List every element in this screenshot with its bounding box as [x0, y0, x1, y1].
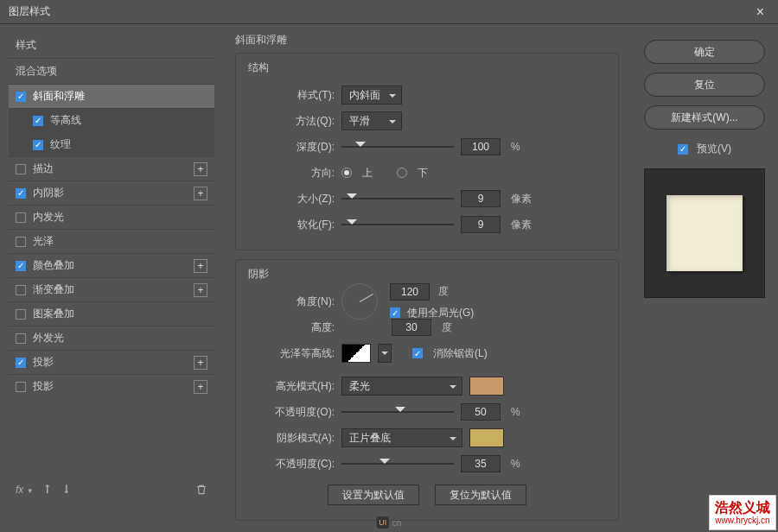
sidebar-item[interactable]: 描边+ [9, 156, 214, 180]
preview-label: 预览(V) [697, 142, 731, 156]
styles-header[interactable]: 样式 [9, 33, 214, 58]
effect-checkbox[interactable] [16, 92, 26, 102]
logo-icon: UI [377, 516, 389, 529]
effect-checkbox[interactable] [16, 358, 26, 368]
effect-label: 投影 [33, 355, 54, 370]
sidebar-item[interactable]: 光泽 [9, 229, 214, 253]
preview-checkbox[interactable] [678, 144, 688, 155]
preview-swatch [666, 195, 743, 271]
highlight-mode-select[interactable]: 柔光 [341, 377, 462, 396]
sidebar-item[interactable]: 内阴影+ [9, 180, 214, 205]
technique-select[interactable]: 平滑 [341, 111, 402, 130]
highlight-opacity-input[interactable] [461, 403, 501, 421]
highlight-color-swatch[interactable] [469, 377, 504, 396]
size-input[interactable] [461, 190, 501, 207]
soften-slider[interactable] [341, 218, 454, 231]
shadow-mode-label: 阴影模式(A): [248, 431, 335, 446]
move-up-icon[interactable]: 🠕 [42, 484, 53, 496]
trash-icon[interactable] [195, 484, 207, 496]
effect-checkbox[interactable] [16, 237, 26, 247]
angle-dial[interactable] [341, 283, 378, 320]
direction-label: 方向: [248, 166, 335, 180]
sidebar-item[interactable]: 斜面和浮雕 [9, 84, 214, 108]
effect-checkbox[interactable] [16, 309, 26, 320]
effect-checkbox[interactable] [33, 140, 43, 150]
depth-input[interactable] [461, 138, 501, 155]
gloss-contour-picker[interactable] [341, 344, 371, 363]
effect-checkbox[interactable] [16, 212, 26, 223]
shadow-opacity-input[interactable] [461, 455, 501, 472]
sidebar-item[interactable]: 渐变叠加+ [9, 277, 214, 301]
effect-label: 斜面和浮雕 [33, 89, 85, 104]
add-effect-icon[interactable]: + [194, 187, 207, 200]
shadow-opacity-slider[interactable] [341, 457, 454, 471]
effect-label: 纹理 [50, 137, 71, 152]
technique-label: 方法(Q): [248, 114, 335, 129]
angle-label: 角度(N): [248, 294, 335, 309]
blend-options[interactable]: 混合选项 [9, 58, 214, 84]
titlebar: 图层样式 × [0, 0, 778, 24]
make-default-button[interactable]: 设置为默认值 [328, 484, 419, 505]
effect-checkbox[interactable] [16, 382, 26, 392]
soften-label: 软化(F): [248, 218, 335, 232]
add-effect-icon[interactable]: + [194, 356, 207, 370]
effects-list: 斜面和浮雕等高线纹理描边+内阴影+内发光光泽颜色叠加+渐变叠加+图案叠加外发光投… [9, 84, 214, 478]
shadow-mode-select[interactable]: 正片叠底 [341, 428, 462, 447]
effect-checkbox[interactable] [16, 333, 26, 344]
effect-checkbox[interactable] [16, 188, 26, 199]
antialias-checkbox[interactable] [412, 348, 423, 358]
sidebar-item[interactable]: 投影+ [9, 374, 214, 398]
direction-up-radio[interactable] [341, 168, 352, 178]
sidebar: 样式 混合选项 斜面和浮雕等高线纹理描边+内阴影+内发光光泽颜色叠加+渐变叠加+… [0, 24, 223, 508]
effect-checkbox[interactable] [33, 116, 43, 126]
shading-legend: 阴影 [248, 267, 606, 282]
watermark: 浩然义城 www.hryckj.cn [709, 495, 776, 530]
effect-label: 光泽 [33, 234, 54, 249]
highlight-opacity-slider[interactable] [341, 405, 454, 419]
effect-label: 投影 [33, 379, 54, 394]
shadow-color-swatch[interactable] [469, 428, 504, 447]
sidebar-item[interactable]: 颜色叠加+ [9, 253, 214, 277]
reset-button[interactable]: 复位 [644, 73, 765, 97]
close-icon[interactable]: × [751, 4, 769, 20]
main: 样式 混合选项 斜面和浮雕等高线纹理描边+内阴影+内发光光泽颜色叠加+渐变叠加+… [0, 24, 778, 508]
add-effect-icon[interactable]: + [194, 380, 207, 394]
new-style-button[interactable]: 新建样式(W)... [644, 105, 765, 130]
add-effect-icon[interactable]: + [194, 259, 207, 273]
style-select[interactable]: 内斜面 [341, 86, 402, 104]
move-down-icon[interactable]: 🠗 [61, 484, 72, 496]
antialias-label: 消除锯齿(L) [433, 346, 488, 361]
gloss-contour-dropdown[interactable] [378, 344, 392, 363]
altitude-label: 高度: [248, 320, 335, 335]
sidebar-item[interactable]: 图案叠加 [9, 301, 214, 326]
preview-box [644, 168, 765, 298]
depth-slider[interactable] [341, 140, 454, 154]
effect-label: 描边 [33, 162, 54, 176]
global-light-checkbox[interactable] [390, 307, 400, 318]
effect-label: 内阴影 [33, 186, 64, 200]
size-slider[interactable] [341, 192, 454, 206]
altitude-input[interactable] [392, 319, 431, 336]
add-effect-icon[interactable]: + [194, 283, 207, 297]
ok-button[interactable]: 确定 [644, 40, 765, 64]
soften-input[interactable] [461, 216, 501, 233]
effect-checkbox[interactable] [16, 285, 26, 295]
add-effect-icon[interactable]: + [194, 162, 207, 176]
gloss-contour-label: 光泽等高线: [248, 346, 335, 361]
sidebar-item[interactable]: 内发光 [9, 205, 214, 229]
depth-label: 深度(D): [248, 140, 335, 155]
sidebar-footer: fx ▼ 🠕 🠗 [9, 478, 214, 501]
sidebar-item[interactable]: 投影+ [9, 350, 214, 374]
effect-label: 颜色叠加 [33, 258, 74, 273]
effect-label: 图案叠加 [33, 307, 74, 321]
effect-checkbox[interactable] [16, 164, 26, 174]
reset-default-button[interactable]: 复位为默认值 [435, 484, 526, 505]
fx-menu[interactable]: fx ▼ [16, 484, 34, 496]
style-label: 样式(T): [248, 88, 335, 103]
sidebar-item[interactable]: 纹理 [9, 132, 214, 156]
sidebar-item[interactable]: 外发光 [9, 326, 214, 350]
direction-down-radio[interactable] [397, 168, 407, 178]
effect-checkbox[interactable] [16, 261, 26, 271]
sidebar-item[interactable]: 等高线 [9, 108, 214, 132]
angle-input[interactable] [390, 283, 430, 301]
